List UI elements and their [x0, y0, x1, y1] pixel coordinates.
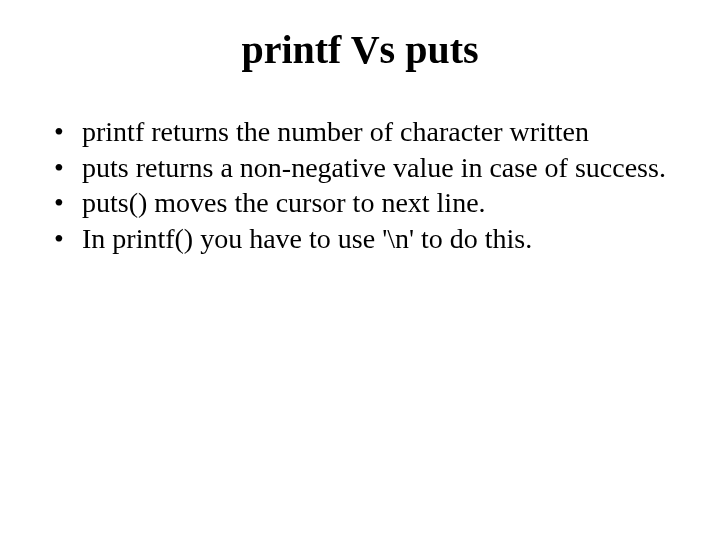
slide: printf Vs puts printf returns the number…	[0, 0, 720, 540]
bullet-item: printf returns the number of character w…	[48, 115, 672, 149]
bullet-item: In printf() you have to use '\n' to do t…	[48, 222, 672, 256]
bullet-item: puts() moves the cursor to next line.	[48, 186, 672, 220]
bullet-list: printf returns the number of character w…	[40, 115, 680, 255]
slide-title: printf Vs puts	[40, 26, 680, 73]
bullet-item: puts returns a non-negative value in cas…	[48, 151, 672, 185]
